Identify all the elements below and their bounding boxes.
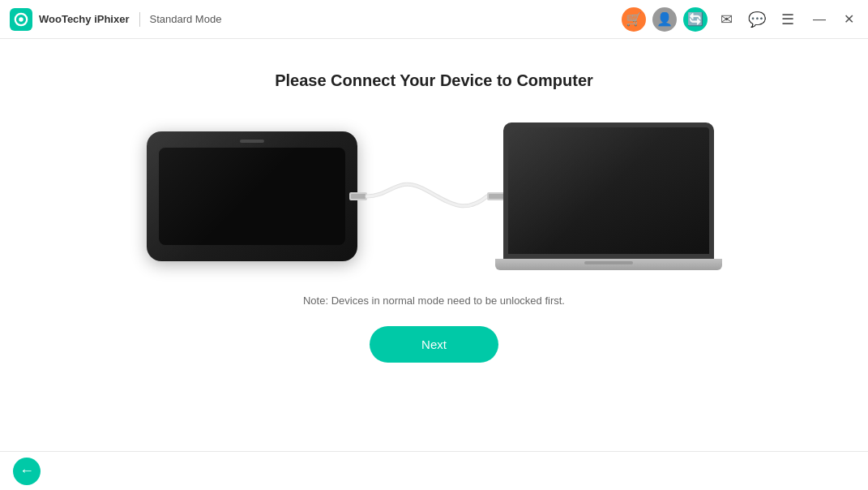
mode-label: Standard Mode [150,13,222,25]
mail-icon[interactable]: ✉ [714,7,738,32]
usb-cable [349,164,511,229]
chat-icon[interactable]: 💬 [745,7,769,32]
note-text: Note: Devices in normal mode need to be … [303,294,565,307]
app-name: WooTechy iPhixer [39,13,130,25]
back-button[interactable]: ← [13,458,41,485]
laptop-device [503,122,722,270]
svg-rect-3 [351,194,366,199]
bottom-bar: ← [0,451,868,490]
cart-icon[interactable]: 🛒 [622,7,646,32]
phone-screen [159,148,345,245]
title-divider [139,12,140,27]
app-logo [10,8,32,31]
titlebar-icons: 🛒 👤 🔄 ✉ 💬 ☰ — ✕ [622,7,858,32]
main-content: Please Connect Your Device to Computer [0,39,868,451]
upgrade-icon[interactable]: 🔄 [683,7,708,32]
user-icon[interactable]: 👤 [652,7,677,32]
page-title: Please Connect Your Device to Computer [275,71,593,90]
phone-device [147,131,357,261]
titlebar: WooTechy iPhixer Standard Mode 🛒 👤 🔄 ✉ 💬… [0,0,868,39]
close-button[interactable]: ✕ [839,10,858,29]
next-button[interactable]: Next [370,326,498,363]
menu-icon[interactable]: ☰ [776,7,800,32]
laptop-screen [503,122,714,259]
minimize-button[interactable]: — [810,10,829,29]
laptop-base [495,259,722,270]
svg-point-1 [19,17,23,21]
device-illustration [147,122,722,270]
